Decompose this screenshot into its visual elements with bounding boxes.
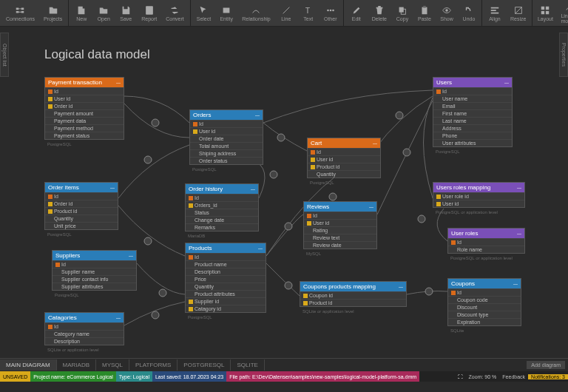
collapse-icon[interactable]: —	[110, 186, 115, 190]
collapse-icon[interactable]: —	[116, 316, 121, 320]
entity-field[interactable]: User id	[190, 127, 263, 135]
show-button[interactable]: Show	[436, 0, 458, 26]
entity-field[interactable]: Id	[433, 87, 512, 95]
paste-button[interactable]: Paste	[413, 0, 436, 26]
entity-field[interactable]: Quantity	[308, 170, 380, 178]
entity-field[interactable]: Rating	[304, 226, 376, 234]
entity-field[interactable]: Payment data	[45, 117, 124, 124]
entity-field[interactable]: Product id	[45, 207, 118, 214]
other-button[interactable]: Other	[320, 0, 342, 26]
entity-field[interactable]: Coupon code	[448, 296, 521, 303]
line-button[interactable]: Line	[275, 0, 297, 26]
delete-button[interactable]: Delete	[368, 0, 391, 26]
entity-field[interactable]: User name	[433, 95, 512, 102]
collapse-icon[interactable]: —	[251, 187, 255, 192]
entity-field[interactable]: Product id	[308, 163, 380, 170]
entity-payment[interactable]: Payment transaction—IdUser idOrder idPay…	[44, 77, 124, 140]
entity-field[interactable]: Address	[433, 124, 512, 132]
entity-field[interactable]: Price	[186, 275, 266, 283]
entity-header[interactable]: Suppliers—	[53, 251, 136, 260]
entity-field[interactable]: Supplier contact info	[53, 275, 136, 283]
entity-userroles[interactable]: User roles—IdRole name	[447, 228, 525, 254]
edit-button[interactable]: Edit	[345, 0, 368, 26]
open-button[interactable]: Open	[92, 0, 115, 26]
entity-field[interactable]: Description	[45, 337, 124, 345]
entity-field[interactable]: Change date	[186, 216, 258, 223]
entity-field[interactable]: Product name	[186, 260, 266, 268]
entity-button[interactable]: Entity	[215, 0, 237, 26]
entity-orderitems[interactable]: Order items—IdOrder idProduct idQuantity…	[44, 182, 118, 230]
tab-sqlite[interactable]: SQLITE	[231, 359, 264, 371]
add-diagram-button[interactable]: Add diagram	[527, 361, 565, 369]
entity-field[interactable]: Id	[45, 322, 124, 330]
entity-field[interactable]: Id	[53, 260, 136, 268]
entity-field[interactable]: User attributes	[433, 139, 512, 146]
text-button[interactable]: TText	[297, 0, 320, 26]
entity-header[interactable]: Users roles mapping—	[433, 183, 524, 192]
select-button[interactable]: Select	[192, 0, 215, 26]
entity-header[interactable]: Users—	[433, 78, 512, 87]
entity-users[interactable]: Users—IdUser nameEmailFirst nameLast nam…	[433, 77, 513, 147]
entity-field[interactable]: Id	[190, 120, 263, 127]
linemode-button[interactable]: Line mode	[556, 0, 568, 26]
tab-postgresql[interactable]: POSTGRESQL	[178, 359, 231, 371]
entity-field[interactable]: User role id	[433, 192, 524, 200]
entity-field[interactable]: Product id	[300, 299, 406, 306]
entity-field[interactable]: Review date	[304, 241, 376, 249]
entity-field[interactable]: Payment status	[45, 132, 124, 139]
entity-field[interactable]: Status	[186, 209, 258, 216]
object-list-tab[interactable]: Object list	[0, 33, 9, 77]
entity-reviews[interactable]: Reviews—IdUser idRatingReview textReview…	[303, 201, 377, 249]
entity-field[interactable]: Last name	[433, 117, 512, 124]
entity-field[interactable]: User id	[433, 200, 524, 207]
entity-categories[interactable]: Catagories—IdCategory nameDescription	[44, 312, 124, 345]
entity-field[interactable]: Total amount	[190, 142, 263, 149]
projects-button[interactable]: Projects	[39, 0, 67, 26]
align-button[interactable]: Align	[484, 0, 506, 26]
entity-orderhistory[interactable]: Order history—IdOrders_idStatusChange da…	[185, 183, 259, 232]
collapse-icon[interactable]: —	[399, 285, 403, 289]
collapse-icon[interactable]: —	[129, 254, 133, 258]
collapse-icon[interactable]: —	[517, 232, 521, 236]
entity-field[interactable]: Id	[45, 192, 118, 200]
fit-icon[interactable]: ⛶	[455, 374, 466, 379]
entity-field[interactable]: Order id	[45, 200, 118, 207]
collapse-icon[interactable]: —	[504, 81, 509, 85]
entity-field[interactable]: User id	[304, 219, 376, 226]
entity-usersroles[interactable]: Users roles mapping—User role idUser id	[433, 182, 525, 208]
collapse-icon[interactable]: —	[513, 282, 518, 286]
tab-main-diagram[interactable]: MAIN DIAGRAM	[0, 359, 57, 371]
convert-button[interactable]: Convert	[161, 0, 189, 26]
entity-field[interactable]: First name	[433, 109, 512, 117]
properties-tab[interactable]: Properties	[559, 33, 568, 77]
entity-field[interactable]: Supplier attributes	[53, 283, 136, 290]
entity-field[interactable]: Remarks	[186, 223, 258, 231]
feedback-link[interactable]: Feedback	[499, 374, 528, 379]
entity-header[interactable]: Order history—	[186, 184, 258, 194]
entity-field[interactable]: Category name	[45, 330, 124, 337]
entity-field[interactable]: Role name	[448, 246, 524, 253]
entity-header[interactable]: Orders—	[190, 110, 263, 120]
entity-header[interactable]: Payment transaction—	[45, 78, 124, 87]
entity-field[interactable]: Discount type	[448, 311, 521, 318]
entity-field[interactable]: Order status	[190, 157, 263, 164]
entity-field[interactable]: Unit price	[45, 222, 118, 229]
new-button[interactable]: New	[70, 0, 92, 26]
relationship-button[interactable]: Relationship	[237, 0, 275, 26]
entity-field[interactable]: Id	[308, 148, 380, 155]
entity-field[interactable]: Payment method	[45, 124, 124, 132]
entity-header[interactable]: Cart—	[308, 138, 380, 148]
entity-field[interactable]: Review text	[304, 234, 376, 241]
entity-field[interactable]: Shiping address	[190, 149, 263, 157]
entity-field[interactable]: Id	[304, 212, 376, 219]
entity-cart[interactable]: Cart—IdUser idProduct idQuantity	[307, 138, 381, 178]
entity-header[interactable]: User roles—	[448, 229, 524, 238]
entity-header[interactable]: Coupons products mapping—	[300, 282, 406, 291]
entity-field[interactable]: Expiration	[448, 318, 521, 325]
status-zoom[interactable]: Zoom: 90 %	[466, 374, 500, 379]
entity-field[interactable]: Supplier name	[53, 268, 136, 275]
diagram-canvas[interactable]: Object list Properties Logical data mode…	[0, 27, 568, 358]
entity-field[interactable]: User id	[308, 155, 380, 163]
entity-field[interactable]: Coupon id	[300, 291, 406, 299]
entity-field[interactable]: Id	[448, 238, 524, 246]
